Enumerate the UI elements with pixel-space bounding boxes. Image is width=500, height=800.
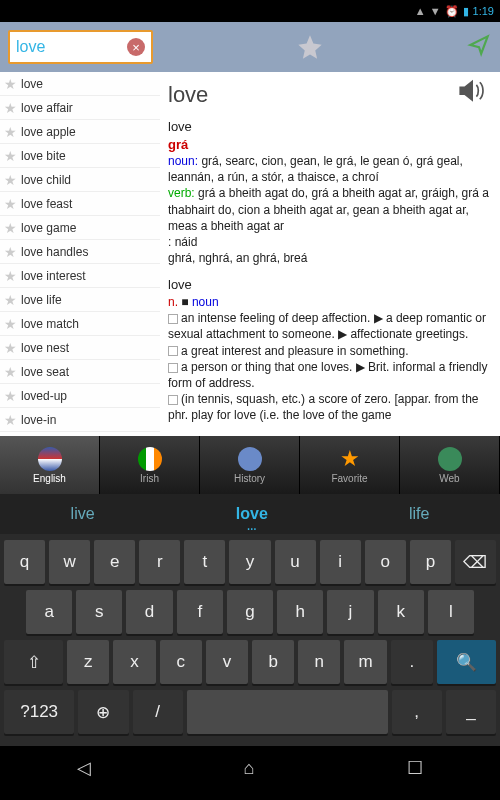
word-form-2: love: [168, 276, 492, 294]
def-2: a great interest and pleasure in somethi…: [168, 343, 492, 359]
key-m[interactable]: m: [344, 640, 386, 684]
key-d[interactable]: d: [126, 590, 172, 634]
list-item[interactable]: ★love apple: [0, 120, 160, 144]
key-.[interactable]: .: [391, 640, 433, 684]
key-⊕[interactable]: ⊕: [78, 690, 128, 734]
key-🔍[interactable]: 🔍: [437, 640, 496, 684]
key-?123[interactable]: ?123: [4, 690, 74, 734]
key-l[interactable]: l: [428, 590, 474, 634]
list-item[interactable]: ★love-in: [0, 408, 160, 432]
list-item[interactable]: ★love: [0, 72, 160, 96]
suggestion[interactable]: life: [409, 505, 429, 523]
home-button[interactable]: ⌂: [244, 758, 255, 779]
word-label: love interest: [21, 269, 86, 283]
list-item[interactable]: ★love affair: [0, 96, 160, 120]
tab-favorite[interactable]: ★Favorite: [300, 436, 400, 494]
key-p[interactable]: p: [410, 540, 451, 584]
key-w[interactable]: w: [49, 540, 90, 584]
key-g[interactable]: g: [227, 590, 273, 634]
key-t[interactable]: t: [184, 540, 225, 584]
key-space[interactable]: [187, 690, 388, 734]
keyboard: qwertyuiop⌫ asdfghjkl ⇧zxcvbnm.🔍 ?123⊕/,…: [0, 534, 500, 746]
word-label: love affair: [21, 101, 73, 115]
star-icon: [296, 33, 324, 61]
uk-icon: [38, 447, 62, 471]
list-item[interactable]: ★loved-up: [0, 384, 160, 408]
key-f[interactable]: f: [177, 590, 223, 634]
key-o[interactable]: o: [365, 540, 406, 584]
verb-line: verb: grá a bheith agat do, grá a bheith…: [168, 185, 492, 234]
key-c[interactable]: c: [160, 640, 202, 684]
key-,[interactable]: ,: [392, 690, 442, 734]
key-s[interactable]: s: [76, 590, 122, 634]
key-b[interactable]: b: [252, 640, 294, 684]
headword: love: [168, 82, 492, 108]
star-icon: ★: [4, 412, 17, 428]
key-y[interactable]: y: [229, 540, 270, 584]
alarm-icon: ⏰: [445, 5, 459, 18]
suggestion[interactable]: live: [71, 505, 95, 523]
key-⌫[interactable]: ⌫: [455, 540, 496, 584]
def-4: (in tennis, squash, etc.) a score of zer…: [168, 391, 492, 423]
star-icon: ★: [4, 340, 17, 356]
key-e[interactable]: e: [94, 540, 135, 584]
key-z[interactable]: z: [67, 640, 109, 684]
list-item[interactable]: ★love game: [0, 216, 160, 240]
back-button[interactable]: ◁: [77, 757, 91, 779]
key-x[interactable]: x: [113, 640, 155, 684]
wifi-icon: ▼: [430, 5, 441, 17]
list-item[interactable]: ★love life: [0, 288, 160, 312]
list-item[interactable]: ★love handles: [0, 240, 160, 264]
definition-pane[interactable]: love love grá noun: grá, searc, cion, ge…: [160, 72, 500, 436]
key-/[interactable]: /: [133, 690, 183, 734]
favorite-toggle[interactable]: [163, 33, 456, 61]
extra-line: : náid: [168, 234, 492, 250]
clock: 1:19: [473, 5, 494, 17]
key-k[interactable]: k: [378, 590, 424, 634]
word-label: love nest: [21, 341, 69, 355]
tab-history[interactable]: History: [200, 436, 300, 494]
word-label: love seat: [21, 365, 69, 379]
tab-english[interactable]: English: [0, 436, 100, 494]
key-⇧[interactable]: ⇧: [4, 640, 63, 684]
word-label: loved-up: [21, 389, 67, 403]
list-item[interactable]: ★love match: [0, 312, 160, 336]
clear-icon[interactable]: ×: [127, 38, 145, 56]
def-3: a person or thing that one loves. ▶ Brit…: [168, 359, 492, 391]
key-i[interactable]: i: [320, 540, 361, 584]
key-j[interactable]: j: [327, 590, 373, 634]
tab-irish[interactable]: Irish: [100, 436, 200, 494]
key-r[interactable]: r: [139, 540, 180, 584]
noun-line: noun: grá, searc, cion, gean, le grá, le…: [168, 153, 492, 185]
key-q[interactable]: q: [4, 540, 45, 584]
suggestion-active[interactable]: love: [236, 505, 268, 523]
star-icon: ★: [4, 388, 17, 404]
list-item[interactable]: ★love bite: [0, 144, 160, 168]
key-u[interactable]: u: [275, 540, 316, 584]
search-box[interactable]: ×: [8, 30, 153, 64]
word-label: love life: [21, 293, 62, 307]
star-icon: ★: [4, 172, 17, 188]
key-_[interactable]: _: [446, 690, 496, 734]
word-label: love bite: [21, 149, 66, 163]
star-icon: ★: [4, 292, 17, 308]
list-item[interactable]: ★love child: [0, 168, 160, 192]
list-item[interactable]: ★love interest: [0, 264, 160, 288]
search-input[interactable]: [16, 38, 127, 56]
tab-web[interactable]: Web: [400, 436, 500, 494]
speaker-icon[interactable]: [456, 78, 490, 106]
key-h[interactable]: h: [277, 590, 323, 634]
word-label: love: [21, 77, 43, 91]
share-icon[interactable]: [466, 32, 492, 63]
key-a[interactable]: a: [26, 590, 72, 634]
list-item[interactable]: ★love nest: [0, 336, 160, 360]
recent-button[interactable]: ☐: [407, 757, 423, 779]
def-1: an intense feeling of deep affection. ▶ …: [168, 310, 492, 342]
list-item[interactable]: ★love feast: [0, 192, 160, 216]
word-label: love match: [21, 317, 79, 331]
word-list[interactable]: ★love★love affair★love apple★love bite★l…: [0, 72, 160, 436]
key-v[interactable]: v: [206, 640, 248, 684]
key-n[interactable]: n: [298, 640, 340, 684]
list-item[interactable]: ★love seat: [0, 360, 160, 384]
forms-line: ghrá, nghrá, an ghrá, breá: [168, 250, 492, 266]
